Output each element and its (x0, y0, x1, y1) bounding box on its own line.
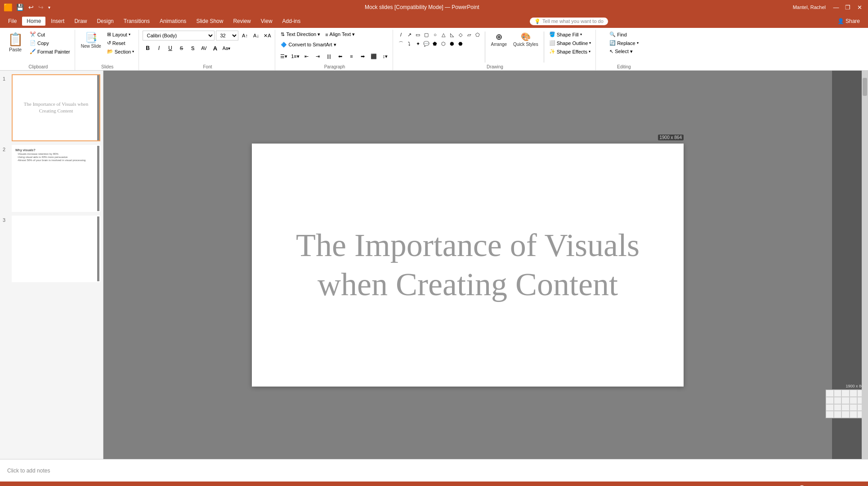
shape-diamond[interactable]: ◇ (456, 31, 465, 39)
bold-btn[interactable]: B (143, 43, 152, 53)
shape-circle[interactable]: ○ (431, 31, 439, 39)
section-button[interactable]: 📂 Section ▾ (105, 48, 136, 55)
align-center-btn[interactable]: ≡ (346, 51, 356, 61)
menu-design[interactable]: Design (92, 17, 118, 26)
quick-styles-button[interactable]: 🎨 Quick Styles (511, 31, 541, 48)
align-right-btn[interactable]: ➡ (358, 51, 367, 61)
replace-button[interactable]: 🔄 Replace ▾ (608, 39, 640, 47)
ribbon-group-slides: 📑 New Slide ⊞ Layout ▾ ↺ Reset 📂 (76, 30, 139, 70)
scrollbar-vertical[interactable] (862, 71, 868, 459)
select-button[interactable]: ↖ Select ▾ (608, 48, 640, 55)
slide-thumb-container-3: 3 (3, 216, 100, 283)
format-painter-button[interactable]: 🖌️ Format Painter (28, 48, 72, 55)
shape-parallelogram[interactable]: ▱ (465, 31, 473, 39)
decrease-font-btn[interactable]: A↓ (251, 31, 261, 40)
tell-me-input[interactable]: 💡 Tell me what you want to do (530, 18, 608, 25)
shape-curve[interactable]: ⌒ (397, 40, 405, 48)
shape-effects-button[interactable]: ✨ Shape Effects ▾ (547, 48, 593, 55)
shape-rect[interactable]: ▭ (414, 31, 422, 39)
close-btn[interactable]: ✕ (855, 2, 864, 12)
arrange-button[interactable]: ⊕ Arrange (488, 31, 509, 48)
shape-triangle[interactable]: △ (439, 31, 447, 39)
nav-cell-4 (850, 390, 858, 397)
shape-connector[interactable]: ⤵ (405, 40, 413, 48)
menu-slideshow[interactable]: Slide Show (192, 17, 228, 26)
numbering-btn[interactable]: 1≡▾ (290, 51, 300, 61)
char-case-btn[interactable]: Aa▾ (221, 43, 231, 53)
shape-rounded-rect[interactable]: ▢ (422, 31, 430, 39)
spacing-btn[interactable]: AV (199, 43, 209, 53)
shape-arrow[interactable]: ↗ (405, 31, 413, 39)
shape-custom1[interactable]: ⬟ (431, 40, 439, 48)
shape-outline-button[interactable]: ⬜ Shape Outline ▾ (547, 39, 593, 47)
clipboard-col: ✂️ Cut 📄 Copy 🖌️ Format Painter (28, 31, 72, 55)
slide-thumb-1[interactable]: The Importance of Visuals when Creating … (12, 74, 100, 141)
convert-smartart-button[interactable]: 🔷 Convert to SmartArt ▾ (279, 41, 338, 49)
shape-star4[interactable]: ✦ (414, 40, 422, 48)
menu-animations[interactable]: Animations (155, 17, 191, 26)
find-button[interactable]: 🔍 Find (608, 31, 640, 38)
italic-btn[interactable]: I (154, 43, 164, 53)
minimize-btn[interactable]: — (831, 2, 841, 12)
shape-pentagon[interactable]: ⬠ (474, 31, 482, 39)
menu-review[interactable]: Review (228, 17, 255, 26)
share-btn[interactable]: 👤 Share (833, 17, 864, 26)
cut-button[interactable]: ✂️ Cut (28, 31, 72, 38)
notes-placeholder: Click to add notes (7, 468, 50, 474)
strikethrough-btn[interactable]: S (176, 43, 186, 53)
share-icon: 👤 (837, 18, 844, 24)
shape-custom2[interactable]: ⬡ (439, 40, 447, 48)
quick-undo[interactable]: ↩ (27, 3, 35, 12)
menu-home[interactable]: Home (22, 17, 45, 26)
quick-customize[interactable]: ▾ (47, 4, 51, 11)
align-text-button[interactable]: ≡ Align Text ▾ (323, 31, 357, 38)
align-left-btn[interactable]: ⬅ (335, 51, 345, 61)
editing-content: 🔍 Find 🔄 Replace ▾ ↖ Select ▾ (608, 31, 640, 63)
font-family-select[interactable]: Calibri (Body) (143, 31, 215, 40)
slide-canvas[interactable]: The Importance of Visuals when Creating … (252, 144, 684, 387)
select-label: Select ▾ (615, 49, 633, 54)
shape-callout[interactable]: 💬 (422, 40, 430, 48)
menu-insert[interactable]: Insert (46, 17, 69, 26)
line-spacing-btn[interactable]: ↕▾ (380, 51, 390, 61)
font-size-select[interactable]: 32 (216, 31, 238, 40)
shape-right-triangle[interactable]: ◺ (448, 31, 456, 39)
bullets-btn[interactable]: ☰▾ (279, 51, 289, 61)
quick-save[interactable]: 💾 (15, 3, 25, 12)
notes-area[interactable]: Click to add notes (0, 459, 868, 482)
columns-btn[interactable]: ||| (324, 51, 334, 61)
slide-thumb-3[interactable] (12, 216, 100, 283)
menu-draw[interactable]: Draw (70, 17, 91, 26)
reset-button[interactable]: ↺ Reset (105, 39, 136, 47)
layout-button[interactable]: ⊞ Layout ▾ (105, 31, 136, 38)
ribbon-group-paragraph: ⇅ Text Direction ▾ ≡ Align Text ▾ 🔷 Conv… (276, 30, 393, 70)
menu-view[interactable]: View (256, 17, 277, 26)
ribbon-group-font: Calibri (Body) 32 A↑ A↓ ✕A B I U S S AV (140, 30, 275, 70)
new-slide-label: New Slide (81, 44, 101, 49)
shape-custom4[interactable]: ⬣ (456, 40, 465, 48)
restore-btn[interactable]: ❐ (843, 2, 853, 12)
shape-fill-button[interactable]: 🪣 Shape Fill ▾ (547, 31, 593, 38)
paste-button[interactable]: 📋 Paste (4, 31, 26, 54)
menu-transitions[interactable]: Transitions (119, 17, 154, 26)
shadow-btn[interactable]: S (188, 43, 197, 53)
slide-thumb-2[interactable]: Why visuals? ·Visuals increase retention… (12, 145, 100, 212)
menu-addins[interactable]: Add-ins (278, 17, 305, 26)
copy-button[interactable]: 📄 Copy (28, 39, 72, 47)
quick-redo[interactable]: ↪ (37, 3, 45, 12)
underline-btn[interactable]: U (165, 43, 175, 53)
shape-custom3[interactable]: ⬢ (448, 40, 456, 48)
new-slide-button[interactable]: 📑 New Slide (79, 31, 103, 50)
shapes-area: / ↗ ▭ ▢ ○ △ ◺ ◇ ▱ ⬠ ⌒ ⤵ ✦ (397, 31, 482, 48)
decrease-indent-btn[interactable]: ⇤ (301, 51, 311, 61)
select-icon: ↖ (609, 49, 613, 54)
menu-file[interactable]: File (4, 17, 21, 26)
font-color-btn[interactable]: A (210, 43, 220, 53)
increase-font-btn[interactable]: A↑ (240, 31, 250, 40)
shape-line[interactable]: / (397, 31, 405, 39)
text-direction-button[interactable]: ⇅ Text Direction ▾ (279, 31, 322, 38)
justify-btn[interactable]: ⬛ (369, 51, 379, 61)
clear-format-btn[interactable]: ✕A (262, 31, 272, 40)
increase-indent-btn[interactable]: ⇥ (313, 51, 322, 61)
scrollbar-thumb[interactable] (863, 78, 867, 96)
